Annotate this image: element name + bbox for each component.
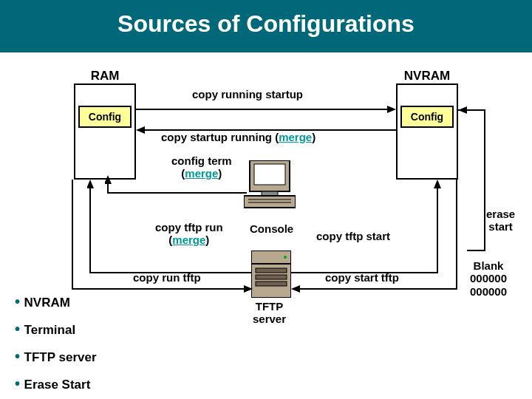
ram-label: RAM (74, 69, 136, 83)
blank-text: Blank 000000 000000 (470, 259, 507, 298)
label-copy-startup-running: copy startup running (merge) (161, 131, 316, 143)
svg-marker-18 (244, 285, 253, 293)
diagram-canvas: RAM Config NVRAM Config copy running sta… (0, 52, 532, 392)
bullet-list: NVRAM Terminal TFTP server Erase Start (15, 293, 97, 399)
svg-marker-21 (458, 106, 467, 114)
svg-marker-20 (291, 285, 300, 293)
page-title: Sources of Configurations (0, 0, 532, 52)
label-erase-start: erase start (486, 208, 515, 233)
tftp-server-label: TFTP server (253, 301, 286, 325)
arrow-erase-start (458, 104, 517, 259)
bullet-terminal: Terminal (15, 321, 97, 338)
bullet-tftp-server: TFTP server (15, 348, 97, 365)
arrow-copy-running-startup (136, 104, 396, 115)
svg-marker-1 (387, 106, 396, 113)
bullet-nvram: NVRAM (15, 293, 97, 310)
nvram-label: NVRAM (396, 69, 458, 83)
label-copy-start-tftp: copy start tftp (325, 271, 399, 284)
label-copy-running-startup: copy running startup (192, 88, 303, 100)
label-copy-run-tftp: copy run tftp (133, 271, 201, 284)
nvram-config-box: Config (400, 106, 454, 128)
svg-point-16 (284, 256, 287, 259)
bullet-erase-start: Erase Start (15, 375, 97, 392)
ram-config-box: Config (78, 106, 132, 128)
svg-marker-3 (136, 126, 145, 134)
